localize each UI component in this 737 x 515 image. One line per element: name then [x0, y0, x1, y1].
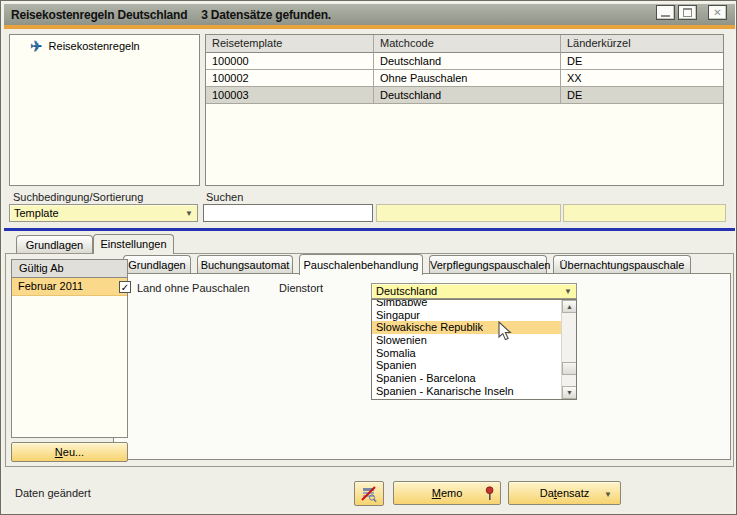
- airplane-icon: ✈: [30, 39, 43, 53]
- cell-reisetemplate[interactable]: 100000: [206, 53, 374, 70]
- cell-laenderkuerzel[interactable]: DE: [561, 87, 723, 104]
- tab-grundlagen-outer[interactable]: Grundlagen: [16, 235, 93, 254]
- dienstort-dropdown[interactable]: Deutschland ▼: [371, 283, 577, 299]
- dropdown-option[interactable]: Slowenien: [372, 334, 561, 347]
- search-readonly-field-2: [563, 204, 726, 222]
- cell-matchcode[interactable]: Ohne Pauschalen: [374, 70, 561, 87]
- dropdown-option[interactable]: Simbabwe: [372, 299, 561, 309]
- search-readonly-field-1: [376, 204, 561, 222]
- pushpin-icon: [485, 486, 494, 503]
- dropdown-option[interactable]: Singapur: [372, 309, 561, 322]
- dienstort-label: Dienstort: [279, 282, 323, 294]
- sort-condition-dropdown[interactable]: Template ▼: [9, 204, 198, 222]
- cell-matchcode[interactable]: Deutschland: [374, 53, 561, 70]
- window-title: Reisekostenregeln Deutschland: [4, 8, 187, 22]
- table-row[interactable]: 100002 Ohne Pauschalen XX: [206, 70, 723, 87]
- minimize-icon: [661, 15, 670, 17]
- dropdown-option[interactable]: Spanien - Barcelona: [372, 372, 561, 385]
- tab-buchungsautomat[interactable]: Buchungsautomat: [197, 255, 293, 274]
- dropdown-scrollbar[interactable]: ▲ ▼: [561, 300, 576, 399]
- scrollbar-thumb[interactable]: [562, 362, 577, 375]
- status-message: Daten geändert: [15, 487, 91, 499]
- dropdown-items: Simbabwe Singapur Slowakische Republik S…: [372, 299, 561, 400]
- navigator-root-label: Reisekostenregeln: [49, 40, 140, 52]
- cell-laenderkuerzel[interactable]: XX: [561, 70, 723, 87]
- validity-list: Februar 2011: [11, 277, 128, 438]
- close-button[interactable]: ✕: [708, 5, 727, 20]
- mouse-cursor: [498, 321, 512, 344]
- remove-filter-button[interactable]: [354, 481, 384, 506]
- search-label: Suchen: [206, 191, 243, 203]
- dropdown-option[interactable]: Somalia: [372, 347, 561, 360]
- title-bar: Reisekostenregeln Deutschland 3 Datensät…: [4, 4, 735, 25]
- scroll-up-icon[interactable]: ▲: [562, 300, 577, 313]
- chevron-down-icon: ▼: [604, 490, 612, 499]
- table-row[interactable]: 100000 Deutschland DE: [206, 53, 723, 70]
- tab-uebernachtungspauschale[interactable]: Übernachtungspauschale: [553, 255, 691, 274]
- datensatz-button[interactable]: Datensatz ▼: [508, 481, 621, 505]
- maximize-icon: [683, 8, 692, 17]
- remove-filter-icon: [360, 485, 378, 503]
- results-table: Reisetemplate Matchcode Länderkürzel 100…: [205, 34, 724, 186]
- table-row-selected[interactable]: 100003 Deutschland DE: [206, 87, 723, 104]
- column-header-matchcode[interactable]: Matchcode: [374, 35, 561, 53]
- neu-button-label: Neu...: [55, 446, 84, 458]
- cell-reisetemplate[interactable]: 100002: [206, 70, 374, 87]
- search-input[interactable]: [203, 204, 373, 222]
- table-header-row: Reisetemplate Matchcode Länderkürzel: [206, 35, 723, 53]
- land-ohne-pauschalen-checkbox[interactable]: ✓: [119, 281, 131, 293]
- scroll-down-icon[interactable]: ▼: [562, 386, 577, 399]
- dienstort-value: Deutschland: [372, 285, 560, 297]
- chevron-down-icon: ▼: [181, 209, 197, 218]
- checkmark-icon: ✓: [121, 282, 129, 293]
- dropdown-option-highlighted[interactable]: Slowakische Republik: [372, 321, 561, 334]
- validity-list-header: Gültig Ab: [11, 259, 128, 278]
- tab-grundlagen-inner[interactable]: Grundlagen: [123, 255, 191, 274]
- memo-button-label: Memo: [432, 487, 463, 499]
- search-condition-label: Suchbedingung/Sortierung: [13, 191, 143, 203]
- cell-matchcode[interactable]: Deutschland: [374, 87, 561, 104]
- maximize-button[interactable]: [678, 5, 697, 20]
- dropdown-option[interactable]: Spanien - Kanarische Inseln: [372, 385, 561, 398]
- dropdown-option[interactable]: Spanien: [372, 359, 561, 372]
- navigator-root-item[interactable]: ✈ Reisekostenregeln: [30, 39, 140, 53]
- datensatz-button-label: Datensatz: [540, 487, 590, 499]
- cell-reisetemplate[interactable]: 100003: [206, 87, 374, 104]
- neu-button[interactable]: Neu...: [11, 442, 128, 462]
- cell-laenderkuerzel[interactable]: DE: [561, 53, 723, 70]
- chevron-down-icon: ▼: [560, 287, 576, 296]
- window-title-record-count: 3 Datensätze gefunden.: [201, 8, 331, 22]
- memo-button[interactable]: Memo: [393, 481, 501, 505]
- column-header-laenderkuerzel[interactable]: Länderkürzel: [561, 35, 723, 53]
- land-ohne-pauschalen-label: Land ohne Pauschalen: [137, 282, 250, 294]
- tab-einstellungen[interactable]: Einstellungen: [93, 234, 174, 254]
- validity-item-selected[interactable]: Februar 2011: [12, 278, 127, 296]
- app-window: Reisekostenregeln Deutschland 3 Datensät…: [0, 0, 737, 515]
- navigator-panel: ✈ Reisekostenregeln: [9, 34, 200, 186]
- tab-verpflegungspauschalen[interactable]: Verpflegungspauschalen: [429, 255, 547, 274]
- accent-line: [4, 25, 735, 29]
- minimize-button[interactable]: [656, 5, 675, 20]
- column-header-reisetemplate[interactable]: Reisetemplate: [206, 35, 374, 53]
- tab-pauschalenbehandlung[interactable]: Pauschalenbehandlung: [299, 254, 423, 275]
- close-icon: ✕: [709, 6, 726, 19]
- section-divider: [4, 228, 735, 231]
- dropdown-option[interactable]: Spanien - Madrid: [372, 398, 561, 401]
- dienstort-dropdown-list: Simbabwe Singapur Slowakische Republik S…: [371, 299, 577, 400]
- sort-condition-value: Template: [10, 207, 181, 219]
